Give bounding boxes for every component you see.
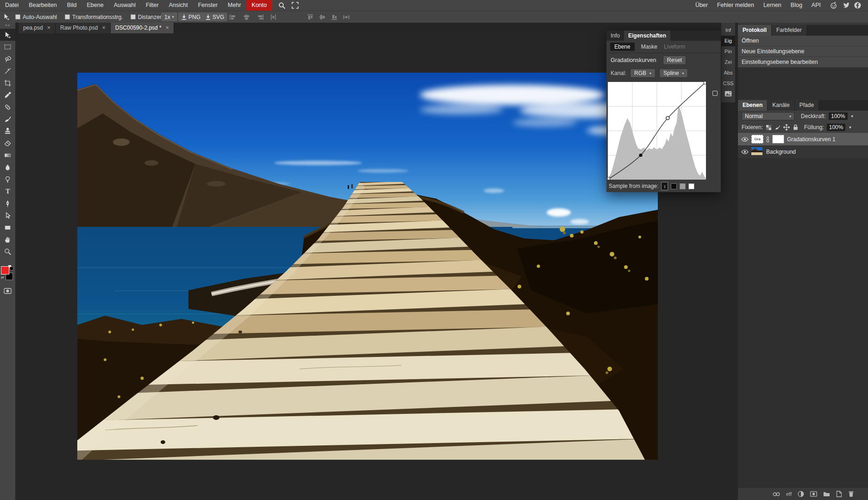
lock-transparency-icon[interactable] — [766, 125, 772, 131]
reset-button[interactable]: Reset — [663, 56, 687, 65]
lock-all-icon[interactable] — [793, 124, 799, 131]
tab-dsc00590-2-psd[interactable]: DSC00590-2.psd * × — [111, 22, 174, 33]
transform-controls-checkbox[interactable]: Transformationsstrg. — [65, 11, 123, 23]
opacity-value[interactable]: 100% — [829, 112, 848, 120]
menu-lernen[interactable]: Lernen — [759, 0, 786, 11]
fill-caret[interactable]: ▼ — [848, 125, 852, 130]
dock-info[interactable]: Inf — [721, 25, 735, 36]
reddit-icon[interactable] — [830, 1, 837, 9]
twitter-icon[interactable] — [842, 2, 849, 9]
menu-bearbeiten[interactable]: Bearbeiten — [24, 0, 62, 11]
dock-eigenschaften[interactable]: Eig — [721, 36, 735, 46]
menu-api[interactable]: API — [807, 0, 825, 11]
eraser-tool[interactable] — [0, 137, 15, 149]
align-center-h-icon[interactable] — [243, 13, 250, 21]
menu-blog[interactable]: Blog — [786, 0, 807, 11]
clip-indicator-icon[interactable] — [712, 91, 718, 96]
fullscreen-icon[interactable] — [292, 2, 299, 9]
tab-kanaele[interactable]: Kanäle — [768, 100, 794, 111]
history-step-open[interactable]: Öffnen — [738, 36, 868, 46]
distances-checkbox[interactable]: Distanzen — [131, 11, 162, 23]
history-step-new-adjustment[interactable]: Neue Einstellungsebene — [738, 46, 868, 57]
hand-tool[interactable] — [0, 233, 15, 245]
export-svg-button[interactable]: SVG — [202, 12, 227, 21]
adjustment-layer-icon[interactable] — [798, 491, 804, 497]
pen-tool[interactable] — [0, 197, 15, 209]
menu-filter[interactable]: Filter — [141, 0, 164, 11]
white-point-swatch[interactable] — [688, 183, 694, 189]
channel-select[interactable]: RGB▾ — [630, 69, 656, 78]
align-bottom-icon[interactable] — [331, 13, 338, 21]
zoom-level-button[interactable]: 1x▾ — [161, 12, 177, 21]
brush-tool[interactable] — [0, 113, 15, 125]
layer-effects-button[interactable]: eff — [786, 491, 792, 497]
menu-auswahl[interactable]: Auswahl — [109, 0, 141, 11]
add-mask-icon[interactable] — [810, 491, 817, 497]
menu-fehler-melden[interactable]: Fehler melden — [712, 0, 759, 11]
opacity-caret[interactable]: ▼ — [850, 114, 854, 119]
checkbox-box[interactable] — [15, 14, 20, 19]
tab-farbfelder[interactable]: Farbfelder — [772, 25, 807, 36]
blend-mode-select[interactable]: Normal▾ — [742, 112, 794, 120]
distribute-h-icon[interactable] — [270, 13, 276, 21]
magic-wand-tool[interactable] — [0, 65, 15, 77]
dock-image-icon[interactable] — [721, 89, 735, 100]
export-png-button[interactable]: PNG — [178, 12, 204, 21]
tab-info[interactable]: Info — [606, 31, 624, 41]
menu-datei[interactable]: Datei — [0, 0, 24, 11]
path-select-tool[interactable] — [0, 209, 15, 221]
new-layer-icon[interactable] — [836, 491, 842, 497]
zoom-tool[interactable] — [0, 245, 15, 257]
menu-ansicht[interactable]: Ansicht — [164, 0, 193, 11]
menu-ebene[interactable]: Ebene — [82, 0, 109, 11]
tab-eigenschaften[interactable]: Eigenschaften — [624, 31, 670, 41]
search-icon[interactable] — [278, 2, 286, 9]
align-middle-v-icon[interactable] — [318, 13, 326, 21]
close-tab-icon[interactable]: × — [102, 25, 105, 31]
curves-editor[interactable] — [608, 82, 706, 180]
align-right-icon[interactable] — [256, 13, 264, 21]
spot-heal-tool[interactable] — [0, 101, 15, 113]
dock-absatz[interactable]: Abs — [721, 68, 735, 78]
adjustment-thumbnail[interactable]: Gra — [751, 135, 763, 144]
mask-link-icon[interactable] — [766, 136, 769, 143]
dock-css[interactable]: CSS — [721, 78, 735, 89]
swap-colors-icon[interactable]: ⇄ — [1, 275, 4, 280]
visibility-eye-icon[interactable] — [741, 137, 749, 142]
align-left-icon[interactable] — [229, 13, 237, 21]
tab-pea-psd[interactable]: pea.psd × — [19, 22, 56, 33]
tab-protokoll[interactable]: Protokoll — [738, 25, 772, 36]
clone-stamp-tool[interactable] — [0, 125, 15, 137]
new-group-icon[interactable] — [823, 491, 830, 497]
menu-bild[interactable]: Bild — [62, 0, 82, 11]
layer-thumbnail[interactable] — [751, 147, 763, 156]
gradient-tool[interactable] — [0, 149, 15, 161]
subtab-maske[interactable]: Maske — [641, 44, 657, 50]
black-point-swatch[interactable] — [671, 183, 677, 189]
foreground-color-swatch[interactable] — [1, 266, 9, 275]
tab-pfade[interactable]: Pfade — [795, 100, 819, 111]
dodge-tool[interactable] — [0, 173, 15, 185]
align-top-icon[interactable] — [306, 13, 314, 21]
link-layers-icon[interactable] — [773, 492, 780, 496]
fill-value[interactable]: 100% — [827, 124, 846, 131]
layer-row-gradationskurven[interactable]: Gra Gradationskurven 1 — [738, 133, 868, 145]
dock-zeichen[interactable]: Zei — [721, 57, 735, 68]
tab-raw-photo-psd[interactable]: Raw Photo.psd × — [56, 22, 111, 33]
menu-ueber[interactable]: Über — [691, 0, 712, 11]
eyedropper-tool[interactable] — [0, 89, 15, 101]
menu-fenster[interactable]: Fenster — [193, 0, 223, 11]
facebook-icon[interactable] — [854, 1, 862, 9]
lock-pixels-icon[interactable] — [774, 125, 781, 131]
history-step-edit-adjustment[interactable]: Einstellungsebene bearbeiten — [738, 57, 868, 68]
distribute-v-icon[interactable] — [343, 13, 350, 21]
checkbox-box[interactable] — [65, 14, 70, 19]
auto-select-checkbox[interactable]: Auto-Auswahl — [15, 11, 57, 23]
subtab-ebene[interactable]: Ebene — [610, 43, 635, 51]
menu-mehr[interactable]: Mehr — [223, 0, 246, 11]
gray-point-swatch[interactable] — [680, 183, 686, 189]
interpolation-select[interactable]: Spline▾ — [659, 69, 688, 78]
type-tool[interactable]: T — [0, 185, 15, 197]
close-tab-icon[interactable]: × — [166, 25, 169, 31]
photo-canvas[interactable] — [77, 73, 658, 460]
